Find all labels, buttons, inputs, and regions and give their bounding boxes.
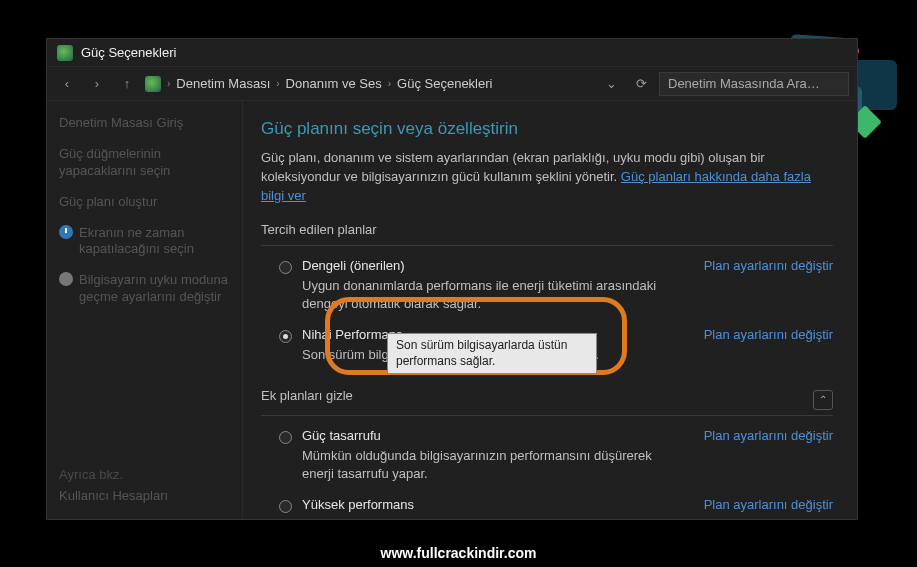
moon-icon (59, 272, 73, 286)
plan-desc: Uygun donanımlarda performans ile enerji… (302, 277, 682, 313)
breadcrumb: › Denetim Masası › Donanım ve Ses › Güç … (145, 76, 593, 92)
link-change-plan-settings[interactable]: Plan ayarlarını değiştir (704, 327, 833, 364)
plan-desc: Mümkün olduğunda bilgisayarınızın perfor… (302, 447, 682, 483)
tooltip: Son sürüm bilgisayarlarda üstün performa… (387, 333, 597, 374)
sidebar-link-turn-off-display[interactable]: Ekranın ne zaman kapatılacağını seçin (59, 225, 230, 259)
sidebar-link-power-buttons[interactable]: Güç düğmelerinin yapacaklarını seçin (59, 146, 230, 180)
page-heading: Güç planını seçin veya özelleştirin (261, 119, 833, 139)
see-also-block: Ayrıca bkz. Kullanıcı Hesapları (59, 467, 230, 505)
collapse-button[interactable]: ⌃ (813, 390, 833, 410)
sidebar: Denetim Masası Giriş Güç düğmelerinin ya… (47, 101, 243, 519)
plan-yuksek-performans: Yüksek performans Performansa önem verir… (261, 495, 833, 519)
link-change-plan-settings[interactable]: Plan ayarlarını değiştir (704, 258, 833, 313)
clock-icon (59, 225, 73, 239)
divider (261, 415, 833, 416)
breadcrumb-guc-secenekleri[interactable]: Güç Seçenekleri (397, 76, 492, 91)
chevron-right-icon: › (167, 78, 170, 89)
breadcrumb-denetim-masasi[interactable]: Denetim Masası (176, 76, 270, 91)
up-button[interactable]: ↑ (115, 72, 139, 96)
radio-dengeli[interactable] (279, 261, 292, 274)
chevron-right-icon: › (276, 78, 279, 89)
navigation-bar: ‹ › ↑ › Denetim Masası › Donanım ve Ses … (47, 67, 857, 101)
divider (261, 245, 833, 246)
titlebar: Güç Seçenekleri (47, 39, 857, 67)
sidebar-link-create-plan[interactable]: Güç planı oluştur (59, 194, 230, 211)
plan-dengeli: Dengeli (önerilen) Uygun donanımlarda pe… (261, 256, 833, 325)
see-also-header: Ayrıca bkz. (59, 467, 230, 482)
refresh-button[interactable]: ⟳ (629, 72, 653, 96)
address-dropdown-button[interactable]: ⌄ (599, 72, 623, 96)
plan-title[interactable]: Dengeli (önerilen) (302, 258, 682, 273)
sidebar-link-user-accounts[interactable]: Kullanıcı Hesapları (59, 488, 230, 505)
sidebar-link-sleep-settings[interactable]: Bilgisayarın uyku moduna geçme ayarların… (59, 272, 230, 306)
radio-yuksek-performans[interactable] (279, 500, 292, 513)
radio-guc-tasarrufu[interactable] (279, 431, 292, 444)
radio-nihai-performans[interactable] (279, 330, 292, 343)
control-panel-window: Güç Seçenekleri ‹ › ↑ › Denetim Masası ›… (46, 38, 858, 520)
back-button[interactable]: ‹ (55, 72, 79, 96)
plan-title[interactable]: Güç tasarrufu (302, 428, 682, 443)
plan-title[interactable]: Yüksek performans (302, 497, 682, 512)
extra-plans-header[interactable]: Ek planları gizle (261, 388, 353, 403)
power-options-icon (57, 45, 73, 61)
watermark-url: www.fullcrackindir.com (0, 545, 917, 561)
plan-desc: Performansa önem verir, ancak daha fazla… (302, 516, 682, 519)
breadcrumb-donanim-ve-ses[interactable]: Donanım ve Ses (286, 76, 382, 91)
search-input[interactable]: Denetim Masasında Ara… (659, 72, 849, 96)
plan-guc-tasarrufu: Güç tasarrufu Mümkün olduğunda bilgisaya… (261, 426, 833, 495)
forward-button[interactable]: › (85, 72, 109, 96)
sidebar-link-label: Ekranın ne zaman kapatılacağını seçin (79, 225, 230, 259)
sidebar-link-label: Bilgisayarın uyku moduna geçme ayarların… (79, 272, 230, 306)
sidebar-link-control-panel-home[interactable]: Denetim Masası Giriş (59, 115, 230, 132)
chevron-right-icon: › (388, 78, 391, 89)
control-panel-icon (145, 76, 161, 92)
link-change-plan-settings[interactable]: Plan ayarlarını değiştir (704, 428, 833, 483)
main-content: Güç planını seçin veya özelleştirin Güç … (243, 101, 857, 519)
intro-text: Güç planı, donanım ve sistem ayarlarında… (261, 149, 833, 206)
link-change-plan-settings[interactable]: Plan ayarlarını değiştir (704, 497, 833, 519)
preferred-plans-header: Tercih edilen planlar (261, 222, 833, 237)
window-title: Güç Seçenekleri (81, 45, 176, 60)
